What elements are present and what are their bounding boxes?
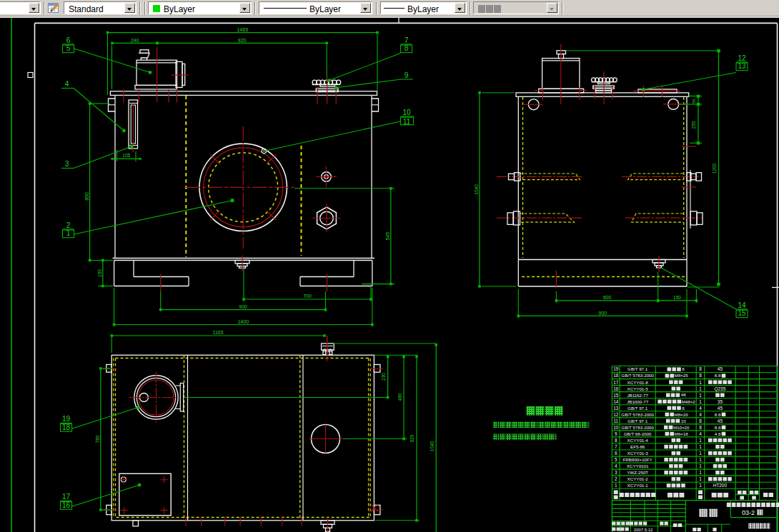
svg-text:700: 700	[303, 293, 312, 298]
svg-text:11: 11	[613, 418, 618, 423]
svg-text:18: 18	[62, 423, 71, 431]
svg-text:8.8: 8.8	[715, 412, 721, 417]
svg-text:4: 4	[699, 406, 702, 411]
svg-text:1: 1	[699, 476, 702, 481]
svg-text:760: 760	[95, 435, 100, 443]
svg-text:GB/T 68-2000: GB/T 68-2000	[624, 431, 652, 436]
svg-text:9: 9	[405, 71, 409, 79]
svg-text:XCYY01-8: XCYY01-8	[627, 380, 649, 385]
svg-text:13: 13	[738, 62, 746, 70]
svg-text:7: 7	[405, 36, 409, 44]
svg-text:1040: 1040	[474, 184, 479, 195]
svg-text:1: 1	[699, 470, 702, 475]
svg-text:M6×18: M6×18	[675, 431, 689, 436]
svg-text:13: 13	[613, 406, 619, 411]
svg-text:1: 1	[699, 393, 702, 398]
svg-text:2: 2	[615, 476, 617, 481]
svg-text:12: 12	[738, 54, 746, 62]
svg-text:6: 6	[615, 451, 617, 456]
svg-text:GB/T 5783-2000: GB/T 5783-2000	[621, 412, 654, 417]
svg-text:XCYY01-2: XCYY01-2	[627, 476, 649, 481]
svg-text:45: 45	[718, 366, 723, 371]
svg-text:1040: 1040	[430, 441, 435, 451]
svg-text:XCYY01-4: XCYY01-4	[627, 438, 649, 443]
svg-text:1400: 1400	[237, 319, 249, 324]
svg-text:1: 1	[699, 399, 702, 404]
svg-text:8: 8	[615, 438, 617, 443]
svg-text:16: 16	[613, 386, 619, 391]
svg-text:FRB800×10FY: FRB800×10FY	[623, 457, 653, 462]
svg-text:GB/T 97.1: GB/T 97.1	[627, 366, 648, 371]
svg-text:10: 10	[402, 109, 411, 116]
svg-text:19: 19	[62, 415, 71, 423]
svg-text:8: 8	[682, 366, 685, 371]
svg-text:17: 17	[613, 380, 619, 385]
svg-text:8: 8	[699, 366, 702, 371]
svg-text:10: 10	[681, 418, 686, 423]
svg-text:3: 3	[65, 160, 69, 168]
svg-text:500: 500	[603, 295, 612, 300]
svg-text:17: 17	[62, 493, 71, 501]
svg-text:XCYY0101: XCYY0101	[627, 463, 649, 468]
svg-text:03-2: 03-2	[742, 509, 755, 516]
svg-text:M8×25: M8×25	[675, 373, 689, 378]
svg-text:250: 250	[691, 121, 696, 129]
svg-text:2007.5.12: 2007.5.12	[634, 528, 653, 532]
svg-text:1: 1	[66, 229, 71, 237]
svg-text:GB/T 5783-2000: GB/T 5783-2000	[621, 373, 654, 378]
svg-text:15: 15	[738, 309, 746, 317]
svg-text:150: 150	[97, 269, 102, 277]
svg-text:4: 4	[615, 463, 617, 468]
svg-text:8: 8	[699, 425, 702, 430]
svg-text:460: 460	[397, 393, 402, 401]
svg-text:XCYY01-1: XCYY01-1	[627, 483, 649, 488]
svg-text:GB/T 5783-2000: GB/T 5783-2000	[621, 425, 654, 430]
svg-text:12: 12	[613, 412, 619, 417]
svg-text:XCYY01-3: XCYY01-3	[627, 451, 649, 456]
svg-text:3: 3	[615, 470, 617, 475]
svg-text:7: 7	[615, 444, 617, 449]
svg-text:4.8: 4.8	[715, 431, 721, 436]
svg-text:GB/T 97.1: GB/T 97.1	[627, 418, 648, 423]
svg-text:Q235: Q235	[715, 386, 726, 392]
svg-text:1: 1	[699, 483, 702, 488]
svg-text:5: 5	[615, 457, 617, 462]
svg-text:8: 8	[699, 418, 702, 423]
svg-text:6: 6	[66, 36, 71, 44]
svg-text:105: 105	[122, 153, 130, 158]
svg-text:8.8: 8.8	[715, 425, 721, 430]
svg-text:M10×20: M10×20	[673, 425, 690, 430]
svg-text:150: 150	[673, 295, 681, 300]
svg-text:10: 10	[613, 425, 619, 430]
svg-text:900: 900	[239, 304, 247, 309]
svg-text:35: 35	[718, 399, 723, 404]
svg-text:920: 920	[238, 38, 247, 43]
svg-text:EF5-86: EF5-86	[630, 444, 645, 449]
svg-text:15: 15	[613, 393, 619, 398]
svg-text:4: 4	[65, 80, 69, 88]
svg-text:1: 1	[699, 451, 702, 456]
svg-text:2: 2	[66, 221, 71, 229]
svg-text:14: 14	[613, 399, 619, 404]
svg-text:8: 8	[699, 373, 702, 378]
svg-text:1465: 1465	[237, 27, 248, 32]
svg-text:1165: 1165	[213, 330, 224, 335]
svg-text:18: 18	[613, 373, 619, 378]
svg-text:55: 55	[692, 99, 696, 104]
svg-text:45: 45	[718, 406, 723, 411]
svg-text:HT200: HT200	[713, 483, 728, 488]
svg-text:1: 1	[699, 457, 702, 462]
svg-text:JB1162-77: JB1162-77	[627, 393, 648, 398]
svg-text:1: 1	[615, 483, 617, 488]
svg-text:11: 11	[403, 118, 411, 126]
svg-text:1: 1	[699, 380, 702, 385]
svg-text:M8×20: M8×20	[675, 412, 689, 417]
svg-text:1: 1	[699, 463, 702, 468]
svg-text:XCYY01-5: XCYY01-5	[627, 386, 649, 391]
svg-text:900: 900	[598, 311, 607, 316]
svg-text:GB/T 97.1: GB/T 97.1	[627, 406, 648, 411]
svg-text:4: 4	[699, 412, 702, 417]
svg-text:1: 1	[699, 444, 702, 449]
svg-text:45: 45	[718, 418, 723, 423]
svg-text:14: 14	[738, 301, 746, 309]
